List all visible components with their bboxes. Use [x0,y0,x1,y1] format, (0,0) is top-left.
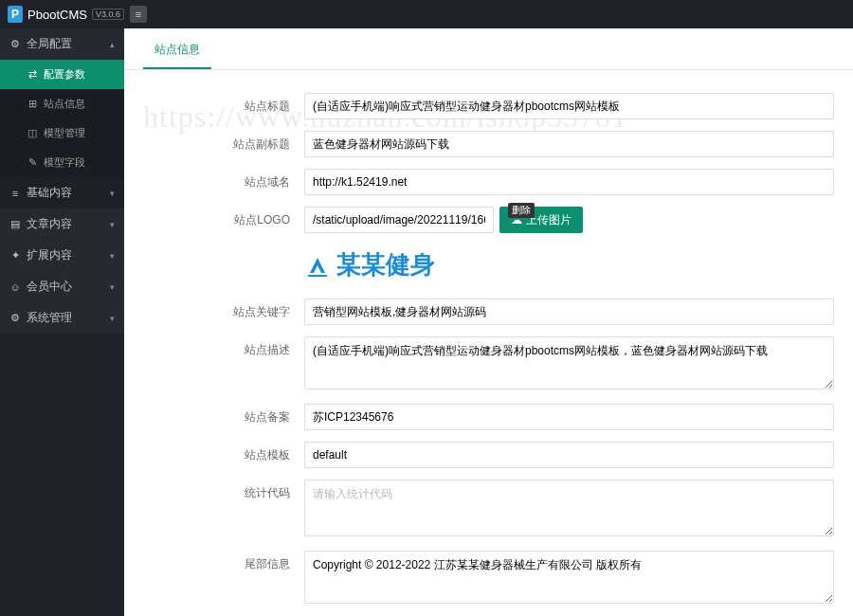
edit-icon: ✎ [27,156,38,169]
sidebar-item-label: 配置参数 [44,67,85,82]
gear-icon: ⚙ [9,38,21,50]
sidebar-item-config-params[interactable]: ⇄ 配置参数 [0,60,124,89]
sidebar-group-label: 全局配置 [27,36,110,52]
label-site-title: 站点标题 [143,93,304,115]
logo-preview: 某某健身 [304,248,853,281]
sidebar-group-label: 基础内容 [27,185,110,201]
sidebar: ⚙ 全局配置 ▴ ⇄ 配置参数 ⊞ 站点信息 ◫ 模型管理 ✎ 模型字段 ≡ 基… [0,28,124,616]
sidebar-group-extend[interactable]: ✦ 扩展内容 ▾ [0,240,124,271]
label-site-template: 站点模板 [143,442,304,463]
chevron-up-icon: ▴ [110,40,115,49]
file-icon: ▤ [9,218,21,230]
row-site-title: 站点标题 [124,87,853,125]
form-actions: 立即提交 重置 [124,612,853,616]
input-site-icp[interactable] [304,404,834,430]
sidebar-item-site-info[interactable]: ⊞ 站点信息 [0,89,124,118]
label-site-logo: 站点LOGO [143,207,304,228]
user-icon: ☺ [9,281,21,293]
row-site-logo: 站点LOGO ☁ 上传图片 删除 [124,201,853,239]
sidebar-toggle-button[interactable]: ≡ [130,6,147,23]
brand-name: PbootCMS [27,8,87,22]
input-site-domain[interactable] [304,169,834,195]
row-stat-code: 统计代码 [124,474,853,545]
sidebar-group-article[interactable]: ▤ 文章内容 ▾ [0,208,124,240]
input-site-keywords[interactable] [304,299,834,325]
sliders-icon: ⇄ [27,68,38,81]
row-footer-info: 尾部信息 Copyright © 2012-2022 江苏某某健身器械生产有限公… [124,545,853,612]
tab-bar: 站点信息 [124,28,853,70]
main-content: https://www.huzhan.com/ishop33781 站点信息 站… [124,28,853,616]
sidebar-group-system[interactable]: ⚙ 系统管理 ▾ [0,302,124,334]
row-site-domain: 站点域名 [124,163,853,201]
logo-preview-text: 某某健身 [336,248,435,281]
textarea-footer-info[interactable]: Copyright © 2012-2022 江苏某某健身器械生产有限公司 版权所… [304,551,834,604]
sidebar-group-label: 扩展内容 [27,247,110,263]
sidebar-group-label: 系统管理 [27,310,110,326]
input-site-logo[interactable] [304,207,494,233]
label-site-icp: 站点备案 [143,404,304,426]
row-site-icp: 站点备案 [124,398,853,436]
version-badge: V3.0.6 [92,9,124,20]
row-site-subtitle: 站点副标题 [124,125,853,163]
sidebar-item-label: 模型字段 [44,155,85,170]
grid-icon: ⊞ [27,98,38,110]
sidebar-group-member[interactable]: ☺ 会员中心 ▾ [0,271,124,302]
brand-logo-icon: P [8,6,23,23]
sidebar-group-global[interactable]: ⚙ 全局配置 ▴ [0,28,124,60]
gear-icon: ⚙ [9,312,21,324]
sidebar-group-label: 文章内容 [27,216,110,232]
row-site-keywords: 站点关键字 [124,293,853,331]
sidebar-group-basic-content[interactable]: ≡ 基础内容 ▾ [0,177,124,208]
top-header: P PbootCMS V3.0.6 ≡ [0,0,853,28]
hamburger-icon: ≡ [136,9,141,20]
sidebar-item-label: 站点信息 [44,97,85,111]
delete-tooltip: 删除 [508,203,535,218]
list-icon: ≡ [9,188,21,199]
label-site-subtitle: 站点副标题 [143,131,304,153]
layers-icon: ◫ [27,127,38,139]
input-site-subtitle[interactable] [304,131,834,157]
tab-site-info[interactable]: 站点信息 [143,42,211,69]
chevron-down-icon: ▾ [110,282,115,292]
label-footer-info: 尾部信息 [143,551,304,572]
input-site-template[interactable] [304,442,834,468]
input-site-title[interactable] [304,93,834,119]
label-stat-code: 统计代码 [143,480,304,501]
brand-box: P PbootCMS V3.0.6 [0,6,124,23]
label-site-domain: 站点域名 [143,169,304,190]
chevron-down-icon: ▾ [110,314,115,323]
chevron-down-icon: ▾ [110,251,115,261]
fitness-logo-icon [304,252,331,279]
textarea-stat-code[interactable] [304,480,834,536]
row-site-template: 站点模板 [124,436,853,474]
sidebar-item-model-manage[interactable]: ◫ 模型管理 [0,118,124,148]
sparkle-icon: ✦ [9,249,21,262]
sidebar-item-label: 模型管理 [44,126,85,140]
sidebar-group-label: 会员中心 [27,279,110,295]
sidebar-item-model-fields[interactable]: ✎ 模型字段 [0,148,124,177]
label-site-keywords: 站点关键字 [143,299,304,320]
chevron-down-icon: ▾ [110,189,115,198]
textarea-site-desc[interactable]: (自适应手机端)响应式营销型运动健身器材pbootcms网站模板，蓝色健身器材网… [304,336,834,390]
row-site-desc: 站点描述 (自适应手机端)响应式营销型运动健身器材pbootcms网站模板，蓝色… [124,331,853,398]
chevron-down-icon: ▾ [110,220,115,229]
label-site-desc: 站点描述 [143,336,304,358]
